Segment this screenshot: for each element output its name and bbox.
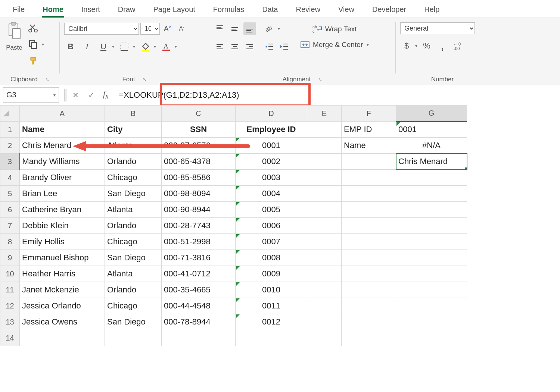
col-header-g[interactable]: G: [396, 106, 467, 122]
col-header-b[interactable]: B: [105, 106, 162, 122]
fill-color-button[interactable]: [139, 40, 152, 53]
cell[interactable]: [396, 314, 467, 330]
cell[interactable]: Debbie Klein: [20, 218, 105, 234]
cell[interactable]: [307, 266, 342, 282]
tab-draw[interactable]: Draw: [109, 1, 144, 18]
chevron-down-icon[interactable]: ▾: [41, 42, 44, 47]
cell[interactable]: [396, 170, 467, 186]
percent-button[interactable]: %: [420, 40, 433, 52]
cell[interactable]: 000-98-8094: [162, 186, 236, 202]
cell[interactable]: [307, 330, 342, 346]
cell[interactable]: 0010: [236, 282, 307, 298]
cell[interactable]: [396, 266, 467, 282]
cell[interactable]: [307, 250, 342, 266]
merge-center-button[interactable]: Merge & Center ▾: [297, 39, 372, 51]
font-name-select[interactable]: Calibri: [64, 23, 139, 35]
wrap-text-button[interactable]: abc Wrap Text: [297, 23, 372, 35]
alignment-launcher[interactable]: ⤡: [318, 77, 322, 82]
formula-input[interactable]: =XLOOKUP(G1,D2:D13,A2:A13): [115, 85, 560, 105]
cell[interactable]: 0001: [396, 122, 467, 138]
cell[interactable]: [162, 330, 236, 346]
cell[interactable]: Heather Harris: [20, 266, 105, 282]
cell[interactable]: 0004: [236, 186, 307, 202]
cell[interactable]: San Diego: [105, 250, 162, 266]
orientation-button[interactable]: ab: [263, 22, 276, 35]
cell[interactable]: Emmanuel Bishop: [20, 250, 105, 266]
cell[interactable]: Emily Hollis: [20, 234, 105, 250]
row-header[interactable]: 9: [0, 250, 20, 266]
cell[interactable]: [342, 314, 396, 330]
cell[interactable]: Orlando: [105, 282, 162, 298]
cell[interactable]: [307, 218, 342, 234]
cell[interactable]: [307, 298, 342, 314]
cell[interactable]: Name: [20, 122, 105, 138]
comma-button[interactable]: ,: [436, 40, 449, 52]
cell[interactable]: [342, 282, 396, 298]
cell[interactable]: [307, 314, 342, 330]
cell[interactable]: San Diego: [105, 186, 162, 202]
cell-selected[interactable]: Chris Menard: [396, 154, 467, 170]
cell[interactable]: Brian Lee: [20, 186, 105, 202]
accept-formula-button[interactable]: ✓: [84, 88, 98, 102]
cell[interactable]: 0001: [236, 138, 307, 154]
cell[interactable]: 000-90-8944: [162, 202, 236, 218]
cell[interactable]: [342, 330, 396, 346]
cell[interactable]: [342, 202, 396, 218]
font-launcher[interactable]: ⤡: [143, 77, 147, 82]
cell[interactable]: Atlanta: [105, 202, 162, 218]
increase-decimal-button[interactable]: ←.0.00: [452, 40, 464, 52]
cell[interactable]: 0011: [236, 298, 307, 314]
cell[interactable]: SSN: [162, 122, 236, 138]
increase-indent-button[interactable]: [278, 40, 290, 53]
tab-data[interactable]: Data: [253, 1, 287, 18]
cell[interactable]: [342, 170, 396, 186]
tab-insert[interactable]: Insert: [72, 1, 109, 18]
cell[interactable]: 000-27-6576: [162, 138, 236, 154]
cell[interactable]: Atlanta: [105, 266, 162, 282]
chevron-down-icon[interactable]: ▾: [366, 42, 369, 47]
row-header[interactable]: 8: [0, 234, 20, 250]
fx-label[interactable]: fx: [100, 89, 111, 100]
tab-view[interactable]: View: [329, 1, 363, 18]
col-header-c[interactable]: C: [162, 106, 236, 122]
cell[interactable]: [396, 250, 467, 266]
cell[interactable]: [342, 266, 396, 282]
row-header[interactable]: 6: [0, 202, 20, 218]
col-header-f[interactable]: F: [342, 106, 396, 122]
chevron-down-icon[interactable]: ▾: [153, 44, 156, 49]
tab-developer[interactable]: Developer: [363, 1, 415, 18]
align-bottom-button[interactable]: [243, 22, 256, 35]
cut-button[interactable]: [27, 22, 40, 34]
cell[interactable]: 000-28-7743: [162, 218, 236, 234]
cell[interactable]: [307, 202, 342, 218]
cell[interactable]: Chicago: [105, 170, 162, 186]
copy-button[interactable]: [27, 38, 40, 51]
cell[interactable]: 000-35-4665: [162, 282, 236, 298]
col-header-e[interactable]: E: [307, 106, 342, 122]
row-header[interactable]: 13: [0, 314, 20, 330]
align-center-button[interactable]: [228, 40, 241, 53]
decrease-indent-button[interactable]: [263, 40, 276, 53]
cell[interactable]: Atlanta: [105, 138, 162, 154]
cell[interactable]: [396, 202, 467, 218]
cell[interactable]: 000-65-4378: [162, 154, 236, 170]
chevron-down-icon[interactable]: ▾: [414, 43, 417, 48]
cell[interactable]: [307, 122, 342, 138]
currency-button[interactable]: $: [400, 40, 413, 52]
cell[interactable]: [20, 330, 105, 346]
chevron-down-icon[interactable]: ▾: [174, 44, 177, 49]
cell[interactable]: Employee ID: [236, 122, 307, 138]
cell[interactable]: Orlando: [105, 218, 162, 234]
tab-review[interactable]: Review: [287, 1, 329, 18]
name-box[interactable]: G3 ▾: [3, 87, 59, 103]
decrease-font-button[interactable]: Aˇ: [175, 22, 188, 35]
cell[interactable]: 000-78-8944: [162, 314, 236, 330]
cell[interactable]: [396, 218, 467, 234]
align-left-button[interactable]: [214, 40, 226, 53]
row-header[interactable]: 10: [0, 266, 20, 282]
row-header[interactable]: 7: [0, 218, 20, 234]
cell[interactable]: 0005: [236, 202, 307, 218]
cell[interactable]: [342, 218, 396, 234]
tab-home[interactable]: Home: [34, 1, 72, 18]
underline-button[interactable]: U: [97, 40, 110, 53]
